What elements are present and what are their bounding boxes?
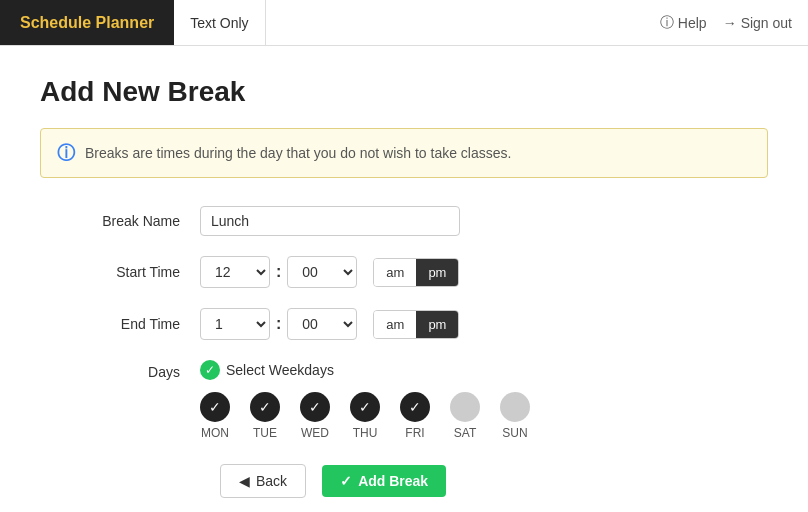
day-wed-circle: ✓ xyxy=(300,392,330,422)
days-label: Days xyxy=(40,360,200,380)
break-name-input[interactable] xyxy=(200,206,460,236)
help-icon: ⓘ xyxy=(660,14,674,32)
start-time-row: Start Time 12123 4567 891011 : 00051015 … xyxy=(40,256,768,288)
day-mon[interactable]: ✓ MON xyxy=(200,392,230,440)
days-content: ✓ Select Weekdays ✓ MON ✓ TUE ✓ WED ✓ xyxy=(200,360,530,440)
day-sun[interactable]: SUN xyxy=(500,392,530,440)
navbar-right: ⓘ Help → Sign out xyxy=(660,14,808,32)
add-break-label: Add Break xyxy=(358,473,428,489)
day-tue-circle: ✓ xyxy=(250,392,280,422)
end-pm-button[interactable]: pm xyxy=(416,311,458,338)
start-time-colon: : xyxy=(276,263,281,281)
brand-logo: Schedule Planner xyxy=(0,0,174,45)
back-button[interactable]: ◀ Back xyxy=(220,464,306,498)
start-time-group: 12123 4567 891011 : 00051015 20253035 40… xyxy=(200,256,459,288)
end-time-row: End Time 1234 5678 9101112 : 00051015 20… xyxy=(40,308,768,340)
end-minute-select[interactable]: 00051015 20253035 40455055 xyxy=(287,308,357,340)
signout-label: Sign out xyxy=(741,15,792,31)
day-tue-label: TUE xyxy=(253,426,277,440)
start-time-label: Start Time xyxy=(40,264,200,280)
help-link[interactable]: ⓘ Help xyxy=(660,14,707,32)
day-thu[interactable]: ✓ THU xyxy=(350,392,380,440)
day-mon-label: MON xyxy=(201,426,229,440)
end-time-group: 1234 5678 9101112 : 00051015 20253035 40… xyxy=(200,308,459,340)
day-sun-label: SUN xyxy=(502,426,527,440)
days-row: ✓ MON ✓ TUE ✓ WED ✓ THU ✓ FRI xyxy=(200,392,530,440)
text-only-label: Text Only xyxy=(190,15,248,31)
info-message: Breaks are times during the day that you… xyxy=(85,145,511,161)
info-icon: ⓘ xyxy=(57,141,75,165)
day-mon-circle: ✓ xyxy=(200,392,230,422)
button-row: ◀ Back ✓ Add Break xyxy=(220,464,768,498)
day-fri[interactable]: ✓ FRI xyxy=(400,392,430,440)
text-only-link[interactable]: Text Only xyxy=(174,0,265,45)
day-sat-label: SAT xyxy=(454,426,476,440)
end-ampm-group: am pm xyxy=(373,310,459,339)
select-weekdays-row[interactable]: ✓ Select Weekdays xyxy=(200,360,530,380)
back-label: Back xyxy=(256,473,287,489)
end-hour-select[interactable]: 1234 5678 9101112 xyxy=(200,308,270,340)
help-label: Help xyxy=(678,15,707,31)
day-sun-circle xyxy=(500,392,530,422)
navbar: Schedule Planner Text Only ⓘ Help → Sign… xyxy=(0,0,808,46)
day-wed[interactable]: ✓ WED xyxy=(300,392,330,440)
main-content: Add New Break ⓘ Breaks are times during … xyxy=(0,46,808,512)
page-title: Add New Break xyxy=(40,76,768,108)
end-time-colon: : xyxy=(276,315,281,333)
day-tue[interactable]: ✓ TUE xyxy=(250,392,280,440)
brand-text: Schedule Planner xyxy=(20,14,154,32)
add-break-button[interactable]: ✓ Add Break xyxy=(322,465,446,497)
add-break-icon: ✓ xyxy=(340,473,352,489)
days-section: Days ✓ Select Weekdays ✓ MON ✓ TUE ✓ WED xyxy=(40,360,768,440)
end-am-button[interactable]: am xyxy=(374,311,416,338)
start-am-button[interactable]: am xyxy=(374,259,416,286)
day-fri-label: FRI xyxy=(405,426,424,440)
day-wed-label: WED xyxy=(301,426,329,440)
back-icon: ◀ xyxy=(239,473,250,489)
break-name-label: Break Name xyxy=(40,213,200,229)
start-minute-select[interactable]: 00051015 20253035 40455055 xyxy=(287,256,357,288)
signout-link[interactable]: → Sign out xyxy=(723,15,792,31)
start-ampm-group: am pm xyxy=(373,258,459,287)
end-time-label: End Time xyxy=(40,316,200,332)
day-sat-circle xyxy=(450,392,480,422)
info-box: ⓘ Breaks are times during the day that y… xyxy=(40,128,768,178)
start-hour-select[interactable]: 12123 4567 891011 xyxy=(200,256,270,288)
signout-icon: → xyxy=(723,15,737,31)
select-weekdays-check-icon: ✓ xyxy=(200,360,220,380)
day-thu-label: THU xyxy=(353,426,378,440)
day-sat[interactable]: SAT xyxy=(450,392,480,440)
start-pm-button[interactable]: pm xyxy=(416,259,458,286)
day-thu-circle: ✓ xyxy=(350,392,380,422)
select-weekdays-label: Select Weekdays xyxy=(226,362,334,378)
break-name-row: Break Name xyxy=(40,206,768,236)
day-fri-circle: ✓ xyxy=(400,392,430,422)
